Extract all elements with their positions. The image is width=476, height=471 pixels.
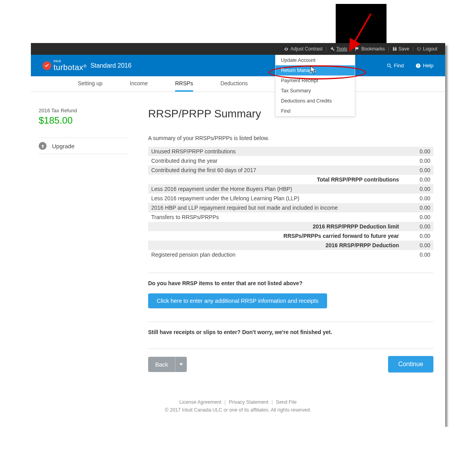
eye-icon <box>284 47 289 52</box>
table-row: Contributed during the year0.00 <box>148 156 433 165</box>
logout-link[interactable]: Logout <box>417 46 437 52</box>
tools-menu-update-account[interactable]: Update Account <box>276 55 355 65</box>
footer-link-privacy-statement[interactable]: Privacy Statement <box>229 399 268 405</box>
find-link[interactable]: Find <box>387 63 404 68</box>
save-label: Save <box>399 46 409 52</box>
table-row: 2016 RRSP/PRPP Deduction limit0.00 <box>148 222 433 231</box>
help-link[interactable]: ? Help <box>415 63 433 68</box>
caret-down-icon <box>179 363 183 366</box>
table-row: Total RRSP/PRPP contributions0.00 <box>148 175 433 184</box>
search-icon <box>387 63 392 68</box>
table-row: Registered pension plan deduction0.00 <box>148 250 433 259</box>
summary-row-label: 2016 RRSP/PRPP Deduction <box>148 241 402 250</box>
divider <box>148 322 433 322</box>
copyright: © 2017 Intuit Canada ULC or one of its a… <box>31 407 445 413</box>
wrench-icon <box>330 47 335 51</box>
summary-row-label: Contributed during the first 60 days of … <box>148 165 402 175</box>
footer-link-send-file[interactable]: Send File <box>276 399 297 405</box>
back-button[interactable]: Back <box>148 357 187 372</box>
tools-dropdown: Update AccountReturn ManagerPayment Rece… <box>275 55 355 117</box>
power-icon <box>417 47 421 51</box>
adjust-contrast-label: Adjust Contrast <box>290 46 322 52</box>
svg-text:?: ? <box>417 64 419 67</box>
adjust-contrast-link[interactable]: Adjust Contrast <box>284 46 322 52</box>
tools-menu-find[interactable]: Find <box>276 106 355 116</box>
upgrade-link[interactable]: Upgrade <box>39 138 129 154</box>
summary-row-value: 0.00 <box>402 222 433 231</box>
enter-additional-rrsp-button[interactable]: Click here to enter any additional RRSP … <box>148 293 327 308</box>
brand-edition: Standard 2016 <box>90 62 131 69</box>
summary-row-label: 2016 HBP and LLP repayment required but … <box>148 203 402 212</box>
upgrade-icon <box>39 142 47 150</box>
back-caret[interactable] <box>175 357 187 372</box>
help-label: Help <box>423 63 433 68</box>
summary-row-label: Transfers to RRSPs/PRPPs <box>148 212 402 222</box>
footer-link-license-agreement[interactable]: License Agreement <box>179 399 221 405</box>
utility-bar: Adjust Contrast | Tools | Bookmarks | Sa… <box>31 43 445 55</box>
divider <box>148 349 433 349</box>
table-row: Unused RRSP/PRPP contributions0.00 <box>148 147 433 156</box>
summary-row-value: 0.00 <box>402 184 433 194</box>
table-row: Less 2016 repayment under the Home Buyer… <box>148 184 433 194</box>
arrow-annotation <box>347 10 383 57</box>
summary-row-label: 2016 RRSP/PRPP Deduction limit <box>148 222 402 231</box>
continue-button[interactable]: Continue <box>388 356 433 372</box>
table-row: 2016 HBP and LLP repayment required but … <box>148 203 433 212</box>
save-icon <box>392 47 397 51</box>
separator: | <box>224 399 225 405</box>
summary-lead: A summary of your RRSPs/PRPPs is listed … <box>148 135 433 141</box>
summary-row-value: 0.00 <box>402 165 433 175</box>
tab-income[interactable]: Income <box>130 76 148 92</box>
footer: License Agreement|Privacy Statement|Send… <box>31 389 445 427</box>
divider <box>148 273 433 273</box>
refund-amount: $185.00 <box>39 115 129 126</box>
summary-row-value: 0.00 <box>402 250 433 259</box>
question-additional-rrsp: Do you have RRSP items to enter that are… <box>148 280 433 286</box>
find-label: Find <box>394 63 404 68</box>
table-row: 2016 RRSP/PRPP Deduction0.00 <box>148 241 433 250</box>
tab-setting-up[interactable]: Setting up <box>78 76 102 92</box>
summary-table: Unused RRSP/PRPP contributions0.00Contri… <box>148 147 433 259</box>
summary-row-label: Registered pension plan deduction <box>148 250 402 259</box>
tools-menu-payment-receipt[interactable]: Payment Receipt <box>276 76 355 86</box>
tools-link[interactable]: Tools <box>330 46 347 52</box>
logout-label: Logout <box>423 46 437 52</box>
summary-row-label: Contributed during the year <box>148 156 402 165</box>
cursor-icon <box>310 66 317 74</box>
table-row: Contributed during the first 60 days of … <box>148 165 433 175</box>
summary-row-value: 0.00 <box>402 156 433 165</box>
separator: | <box>388 46 389 52</box>
check-icon <box>44 63 50 68</box>
svg-line-1 <box>351 14 371 49</box>
sidebar: 2016 Tax Refund $185.00 Upgrade <box>31 108 136 389</box>
table-row: Less 2016 repayment under the Lifelong L… <box>148 194 433 203</box>
summary-row-value: 0.00 <box>402 212 433 222</box>
back-label: Back <box>148 357 175 372</box>
tools-menu-deductions-and-credits[interactable]: Deductions and Credits <box>276 96 355 106</box>
tools-label: Tools <box>336 46 347 52</box>
svg-line-3 <box>390 66 392 68</box>
summary-row-value: 0.00 <box>402 194 433 203</box>
summary-row-value: 0.00 <box>402 147 433 156</box>
summary-row-label: Less 2016 repayment under the Home Buyer… <box>148 184 402 194</box>
summary-row-label: RRSPs/PRPPs carried forward to future ye… <box>148 231 402 241</box>
logo-badge <box>43 61 51 70</box>
summary-row-label: Less 2016 repayment under the Lifelong L… <box>148 194 402 203</box>
save-link[interactable]: Save <box>392 46 409 52</box>
brand-product: turbotax <box>54 63 83 72</box>
brand-bar: intuit turbotax® Standard 2016 Find ? He… <box>31 55 445 76</box>
upgrade-label: Upgrade <box>52 143 75 149</box>
separator: | <box>326 46 327 52</box>
summary-row-label: Unused RRSP/PRPP contributions <box>148 147 402 156</box>
question-more-slips: Still have receipts or slips to enter? D… <box>148 329 433 335</box>
table-row: RRSPs/PRPPs carried forward to future ye… <box>148 231 433 241</box>
summary-row-value: 0.00 <box>402 241 433 250</box>
tab-rrsps[interactable]: RRSPs <box>175 76 193 92</box>
summary-row-label: Total RRSP/PRPP contributions <box>148 175 402 184</box>
main-tabs: Setting upIncomeRRSPsDeductionsvFile <box>31 76 445 92</box>
main-content: RRSP/PRPP Summary A summary of your RRSP… <box>136 108 445 389</box>
summary-row-value: 0.00 <box>402 175 433 184</box>
tools-menu-tax-summary[interactable]: Tax Summary <box>276 86 355 96</box>
tab-deductions[interactable]: Deductions <box>220 76 248 92</box>
refund-label: 2016 Tax Refund <box>39 108 129 113</box>
